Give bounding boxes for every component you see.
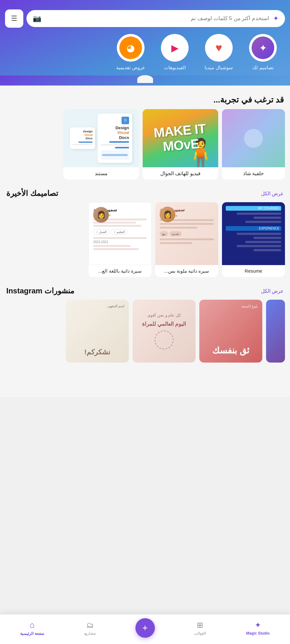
recent-section-header: عرض الكل تصاميمك الأخيرة xyxy=(0,183,290,202)
nav-item-templates[interactable]: ⊞ القوالب xyxy=(187,621,213,636)
category-item-designs-for-you[interactable]: ✦ تصاميم لك xyxy=(241,34,285,75)
cv-pink-line-4 xyxy=(160,238,214,240)
insta-gradient-preview xyxy=(266,300,285,363)
templates-icon: ⊞ xyxy=(197,621,203,630)
category-icon-designs-for-you: ✦ xyxy=(249,34,277,62)
design-card-cv-white[interactable]: ••• 👩 سميرة حديد مصممة أزياء التعليم ○ ا… xyxy=(88,202,151,277)
doc-bar-3 xyxy=(115,147,129,148)
recent-designs-cards: MY COURSES EXPERIENCE Resume ••• 👩 سميرة… xyxy=(0,202,290,280)
instagram-view-all[interactable]: عرض الكل xyxy=(261,288,284,294)
insta-rose-circle xyxy=(155,330,173,349)
cv-line-2 xyxy=(253,217,281,219)
shimmer-preview xyxy=(222,109,285,167)
chevron-shape xyxy=(137,75,153,83)
category-item-videos[interactable]: ▶ الفيديوهات xyxy=(153,34,197,75)
doc-small-title: Design Visual Docs xyxy=(72,130,93,140)
design-card-cv-pink[interactable]: ••• 👩 سميرة احمد مصممة أزياء تقديم بيع س… xyxy=(155,202,218,277)
cv-line-7 xyxy=(237,245,281,247)
category-icon-videos: ▶ xyxy=(161,34,189,62)
cv-white-line-4 xyxy=(93,237,147,239)
wave-transition xyxy=(0,75,290,86)
bottom-nav: ✦ Magic Studio ⊞ القوالب + 🗂 مشاريع ⌂ صف… xyxy=(0,614,290,644)
cv-line-4 xyxy=(237,233,281,235)
menu-button[interactable]: ☰ xyxy=(5,9,23,28)
template-card-shimmer[interactable]: خلفية شاذ xyxy=(222,109,285,180)
nav-item-magic-studio[interactable]: ✦ Magic Studio xyxy=(245,621,270,636)
cv-white-preview: 👩 سميرة حديد مصممة أزياء التعليم ○ العمل… xyxy=(88,202,151,265)
cv-line-3 xyxy=(245,221,281,223)
template-card-mobile-video[interactable]: 🧍 MAKE IT MOvE فيديو للهاتف الجوال xyxy=(143,109,218,180)
nav-label-magic-studio: Magic Studio xyxy=(246,631,270,636)
cv-white-date: 2022-2021 xyxy=(93,240,108,244)
make-it-move-preview: 🧍 MAKE IT MOvE xyxy=(143,109,218,167)
category-label-videos: الفيديوهات xyxy=(164,65,186,70)
nav-add-button[interactable]: + xyxy=(135,618,155,638)
cv-tag-courses: MY COURSES xyxy=(226,206,281,211)
instagram-cards: بلوغ السعد ثق بنفسك كل عام و نحن أقوى ال… xyxy=(0,300,290,366)
search-input-wrapper[interactable]: ✦ 📷 xyxy=(26,10,285,27)
search-input[interactable] xyxy=(45,15,269,22)
category-item-presentations[interactable]: ◕ عروض تقديمية xyxy=(109,34,153,75)
template-card-label-mobile-video: فيديو للهاتف الجوال xyxy=(143,167,218,180)
doc-bar-1 xyxy=(109,141,129,143)
doc-preview-small: Design Visual Docs xyxy=(70,127,95,149)
nav-item-projects[interactable]: 🗂 مشاريع xyxy=(77,621,103,636)
nav-label-home: صفحة الرئيسية xyxy=(20,631,44,636)
doc-title: Design Visual Docs xyxy=(101,125,129,140)
plus-icon: + xyxy=(142,623,148,633)
insta-beige-main-text: نشكركم! xyxy=(84,348,110,356)
doc-small-bar-1 xyxy=(78,142,93,143)
template-card-label-document: مستند xyxy=(63,167,139,180)
design-card-resume-blue[interactable]: MY COURSES EXPERIENCE Resume xyxy=(222,202,285,277)
main-content: قد ترغب في تجربة... خلفية شاذ 🧍 MAKE IT xyxy=(0,86,290,397)
insta-card-partial[interactable] xyxy=(266,300,285,363)
design-docs-preview: D Design Visual Docs D xyxy=(63,109,139,167)
nav-item-home[interactable]: ⌂ صفحة الرئيسية xyxy=(20,620,45,636)
design-card-label-cv-pink: سيره ذاتية ملونة بس... xyxy=(155,265,218,277)
insta-card-pink[interactable]: بلوغ السعد ثق بنفسك xyxy=(199,300,262,363)
doc-bar-2 xyxy=(101,144,129,146)
cv-pink-line-3 xyxy=(160,227,197,229)
cv-pink-line-2 xyxy=(160,223,214,225)
categories-row: ✦ تصاميم لك ♥ سوشيال ميديا ▶ الفيديوهات … xyxy=(5,34,285,75)
cv-line-1 xyxy=(237,213,281,215)
insta-card-beige[interactable]: اسم المقهى نشكركم! xyxy=(66,300,129,363)
camera-icon[interactable]: 📷 xyxy=(33,14,41,23)
insta-card-rose[interactable]: كل عام و نحن أقوى اليوم العالمي للمراة xyxy=(133,300,196,363)
make-it-move-text: MAKE IT MOvE xyxy=(153,121,208,155)
nav-label-projects: مشاريع xyxy=(84,631,96,636)
doc-small-bar-2 xyxy=(72,144,93,145)
cv-white-line-3 xyxy=(93,225,141,227)
cv-white-line-6 xyxy=(93,248,139,250)
nav-label-templates: القوالب xyxy=(194,631,206,636)
hamburger-icon: ☰ xyxy=(11,14,17,23)
instagram-section-header: عرض الكل منشورات Instagram xyxy=(0,280,290,300)
home-icon: ⌂ xyxy=(30,620,35,630)
cv-white-line-5 xyxy=(93,245,131,247)
header: ✦ 📷 ☰ ✦ تصاميم لك ♥ سوشيال ميديا ▶ xyxy=(0,0,290,75)
design-card-label-cv-white: سيرة ذاتية باللغة الع... xyxy=(88,265,151,277)
cv-line-5 xyxy=(253,237,281,239)
recent-view-all[interactable]: عرض الكل xyxy=(261,191,284,197)
cv-blue-preview: MY COURSES EXPERIENCE xyxy=(222,202,285,265)
design-card-label-resume: Resume xyxy=(222,265,285,277)
magic-search-icon: ✦ xyxy=(273,14,279,23)
cv-pink-chips: تقديم بيع xyxy=(160,231,182,236)
instagram-section-title: منشورات Instagram xyxy=(6,286,74,295)
template-card-label-shimmer: خلفية شاذ xyxy=(222,167,285,180)
category-label-designs-for-you: تصاميم لك xyxy=(252,65,273,70)
cv-avatar-white: 👩 xyxy=(93,207,109,223)
search-bar: ✦ 📷 ☰ xyxy=(5,9,285,28)
category-item-social-media[interactable]: ♥ سوشيال ميديا xyxy=(197,34,241,75)
template-card-document[interactable]: D Design Visual Docs D xyxy=(63,109,139,180)
try-section-cards: خلفية شاذ 🧍 MAKE IT MOvE فيديو للهاتف ال… xyxy=(0,109,290,183)
cv-white-chips: التعليم ○ العمل ○ xyxy=(93,229,128,235)
insta-pink-main-text: ثق بنفسك xyxy=(212,345,249,356)
cv-avatar-pink: 👩 xyxy=(160,207,175,222)
cv-tag-experience: EXPERIENCE xyxy=(226,226,281,231)
category-label-presentations: عروض تقديمية xyxy=(116,65,145,70)
cv-line-8 xyxy=(253,249,281,251)
insta-rose-main-text: اليوم العالمي للمراة xyxy=(142,321,186,327)
insta-beige-preview: اسم المقهى نشكركم! xyxy=(66,300,129,363)
doc-preview-large: D Design Visual Docs xyxy=(98,114,132,163)
